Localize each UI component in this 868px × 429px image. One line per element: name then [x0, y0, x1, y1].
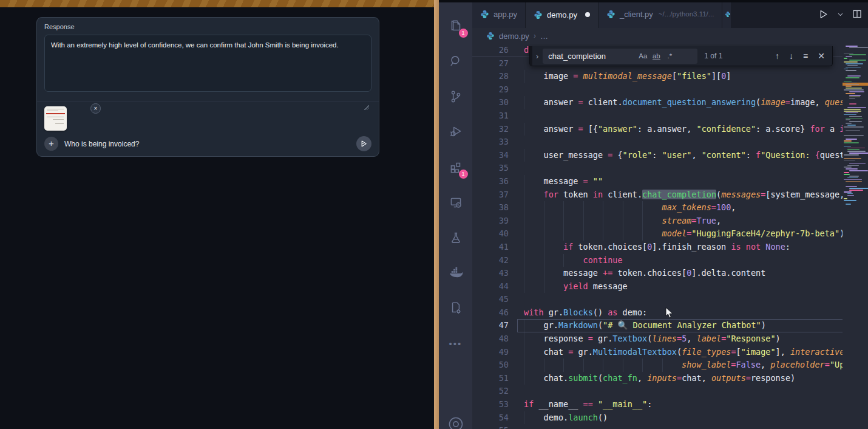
breadcrumb-file[interactable]: demo.py: [499, 32, 529, 41]
sidebar-item-extensions[interactable]: 1: [443, 149, 469, 185]
code-line[interactable]: 44 yield message: [472, 280, 843, 293]
line-number[interactable]: 37: [472, 188, 509, 202]
line-number[interactable]: 47: [472, 319, 509, 332]
tab-client-py[interactable]: _client.py ~/.../python3.11/...: [598, 0, 722, 28]
code-line[interactable]: 34 user_message = {"role": "user", "cont…: [472, 149, 843, 162]
code-editor[interactable]: 2728 image = multimodal_message["files"]…: [472, 44, 868, 429]
sidebar-item-search[interactable]: [443, 44, 469, 79]
line-number[interactable]: 54: [472, 411, 509, 425]
code-line[interactable]: 39 stream=True,: [472, 214, 843, 228]
line-number[interactable]: 36: [472, 175, 509, 188]
run-python-file-button[interactable]: [818, 9, 829, 19]
whole-word-toggle[interactable]: ab: [649, 52, 663, 60]
code-line[interactable]: 37 for token in client.chat_completion(m…: [472, 188, 843, 202]
run-icon: [818, 9, 829, 19]
line-number[interactable]: 44: [472, 280, 509, 293]
code-line[interactable]: 54 demo.launch(): [472, 411, 843, 425]
match-case-toggle[interactable]: Aa: [636, 52, 649, 60]
line-number[interactable]: 33: [472, 136, 509, 149]
find-widget-sash[interactable]: [530, 46, 532, 66]
line-number[interactable]: 41: [472, 241, 509, 254]
find-query-input[interactable]: [548, 52, 636, 61]
code-line[interactable]: 38 max_tokens=100,: [472, 201, 843, 214]
code-line[interactable]: 45: [472, 293, 843, 306]
code-line[interactable]: 49 chat = gr.MultimodalTextbox(file_type…: [472, 346, 843, 359]
line-number[interactable]: 38: [472, 201, 509, 214]
line-number[interactable]: 45: [472, 293, 509, 306]
attachment-thumbnail[interactable]: [44, 106, 67, 131]
sidebar-item-explorer[interactable]: 1: [443, 9, 469, 44]
next-match-button[interactable]: ↓: [789, 51, 793, 61]
minimap[interactable]: [843, 46, 868, 214]
code-line[interactable]: 50 show_label=False, placeholder="Upload…: [472, 359, 843, 372]
sidebar-item-testing[interactable]: [443, 220, 469, 255]
code-line[interactable]: 31: [472, 109, 843, 123]
code-line[interactable]: 40 model="HuggingFaceH4/zephyr-7b-beta")…: [472, 227, 843, 241]
code-line[interactable]: 52: [472, 385, 843, 398]
code-line[interactable]: 43 message += token.choices[0].delta.con…: [472, 267, 843, 280]
code-line[interactable]: 32 answer = [{"answer": a.answer, "confi…: [472, 123, 843, 136]
previous-match-button[interactable]: ↑: [775, 51, 779, 61]
line-number[interactable]: 28: [472, 70, 509, 83]
close-find-button[interactable]: ✕: [818, 51, 825, 61]
code-line[interactable]: 30 answer = client.document_question_ans…: [472, 96, 843, 109]
line-number[interactable]: 31: [472, 109, 509, 123]
line-number[interactable]: 35: [472, 162, 509, 175]
line-number[interactable]: 39: [472, 214, 509, 228]
line-number[interactable]: 30: [472, 96, 509, 109]
code-line[interactable]: 46with gr.Blocks() as demo:: [472, 306, 843, 320]
regex-toggle[interactable]: .*: [663, 52, 676, 60]
line-number[interactable]: 43: [472, 267, 509, 280]
line-number[interactable]: 52: [472, 385, 509, 398]
sidebar-item-remote-explorer[interactable]: [443, 185, 469, 220]
add-file-button[interactable]: +: [44, 137, 58, 151]
tab-app-py[interactable]: app.py: [472, 0, 526, 28]
line-number[interactable]: 29: [472, 83, 509, 97]
code-line[interactable]: 33: [472, 136, 843, 149]
sidebar-item-source-control[interactable]: [443, 79, 469, 114]
line-number[interactable]: 53: [472, 398, 509, 411]
run-dropdown-chevron[interactable]: [837, 11, 844, 18]
line-number[interactable]: 32: [472, 123, 509, 136]
line-number[interactable]: 50: [472, 359, 509, 372]
line-number[interactable]: 26: [472, 44, 509, 57]
code-line[interactable]: 55: [472, 424, 843, 429]
chat-text-input[interactable]: [64, 140, 356, 148]
line-number[interactable]: 42: [472, 254, 509, 267]
line-number[interactable]: 46: [472, 306, 509, 320]
sidebar-item-task-runner[interactable]: [443, 290, 469, 326]
send-button[interactable]: [356, 136, 371, 151]
code-line[interactable]: 35: [472, 162, 843, 175]
code-line[interactable]: 29: [472, 83, 843, 97]
code-line[interactable]: 48 response = gr.Textbox(lines=5, label=…: [472, 332, 843, 346]
modified-dot-icon[interactable]: [585, 12, 590, 17]
code-line[interactable]: 53if __name__ == "__main__":: [472, 398, 843, 411]
split-editor-button[interactable]: [852, 9, 862, 19]
code-line[interactable]: 36 message = "": [472, 175, 843, 188]
line-number[interactable]: 49: [472, 346, 509, 359]
code-line[interactable]: 47 gr.Markdown("# 🔍 Document Analyzer Ch…: [472, 319, 843, 332]
tab-demo-py[interactable]: demo.py: [526, 0, 598, 28]
sidebar-item-run-debug[interactable]: [443, 114, 469, 149]
minimap-line: [847, 107, 866, 108]
code-line[interactable]: 28 image = multimodal_message["files"][0…: [472, 70, 843, 83]
line-number[interactable]: 51: [472, 372, 509, 385]
breadcrumb[interactable]: demo.py › …: [472, 28, 868, 44]
line-number[interactable]: 27: [472, 57, 509, 70]
tab-overflow-sliver[interactable]: [722, 0, 731, 28]
remove-attachment-button[interactable]: ×: [90, 103, 101, 114]
code-line[interactable]: 42 continue: [472, 254, 843, 267]
code-line[interactable]: 41 if token.choices[0].finish_reason is …: [472, 241, 843, 254]
toggle-replace-chevron-icon[interactable]: ›: [536, 52, 538, 61]
line-number[interactable]: 48: [472, 332, 509, 346]
sidebar-item-docker[interactable]: [443, 255, 469, 290]
code-line[interactable]: 51 chat.submit(chat_fn, inputs=chat, out…: [472, 372, 843, 385]
find-in-selection-button[interactable]: ≡: [803, 51, 808, 61]
line-number[interactable]: 34: [472, 149, 509, 162]
line-number[interactable]: 55: [472, 424, 509, 429]
sidebar-item-more[interactable]: •••: [443, 326, 469, 361]
breadcrumb-symbol[interactable]: …: [540, 32, 548, 41]
line-number[interactable]: 40: [472, 227, 509, 241]
response-textarea[interactable]: With an extremely high level of confiden…: [44, 35, 371, 92]
account-button[interactable]: [443, 408, 469, 429]
